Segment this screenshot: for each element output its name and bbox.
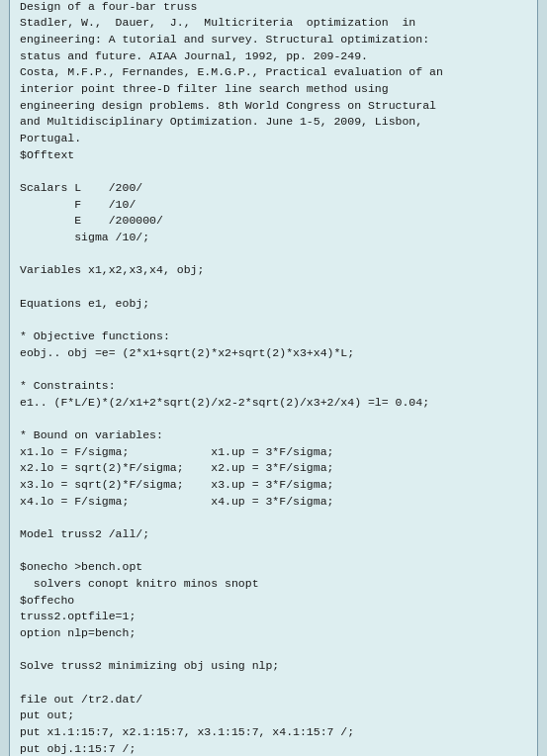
code-block: $Ontext Design of a four-bar truss Stadl… [9,0,538,756]
